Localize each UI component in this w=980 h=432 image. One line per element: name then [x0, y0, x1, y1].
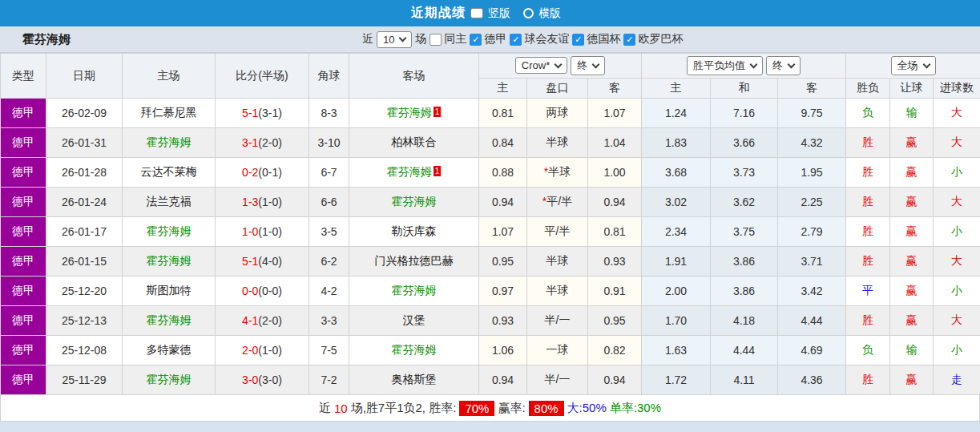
odds-away-cell: 0.82 [588, 336, 642, 365]
result-wdl: 胜 [862, 313, 873, 326]
bundesliga-checkbox[interactable]: ✓ [470, 34, 482, 46]
date-cell: 25-12-13 [46, 306, 123, 336]
result-wdl: 平 [862, 284, 873, 297]
away-team-cell: 奥格斯堡 [349, 365, 479, 395]
checkbox-item-same-home[interactable]: ✓ 同主 [430, 32, 466, 46]
german-cup-checkbox[interactable]: ✓ [572, 34, 584, 46]
avg-draw-cell: 3.62 [711, 188, 778, 217]
checkbox-label: 球会友谊 [524, 32, 569, 46]
handicap-text: 半/一 [545, 373, 571, 386]
fulltime-score: 0-0 [242, 285, 258, 297]
header-away: 客场 [349, 54, 479, 99]
checkbox-item-club-friendly[interactable]: ✓ 球会友谊 [510, 32, 569, 46]
same-home-checkbox[interactable]: ✓ [430, 34, 442, 46]
scope-select-value: 全场 [897, 59, 918, 73]
checkbox-item-europa-league[interactable]: ✓ 欧罗巴杯 [623, 32, 683, 46]
halftime-score: (3-0) [258, 373, 282, 386]
header-odds-pan: 盘口 [527, 79, 588, 99]
odds-away-cell: 1.07 [588, 99, 642, 128]
result-cell: 胜 [846, 158, 890, 188]
bookmaker-select[interactable]: Crow* [515, 57, 567, 74]
avg-period-select[interactable]: 终 [766, 56, 801, 75]
score-cell: 0-2(0-1) [216, 158, 309, 188]
avg-home-cell: 1.24 [642, 99, 711, 128]
score-cell: 0-0(0-0) [216, 277, 309, 306]
result-cell: 胜 [846, 128, 890, 158]
handicap-text: 两球 [546, 106, 569, 119]
handicap-text: 半球 [546, 135, 569, 148]
handicap-text: 平/半 [546, 195, 572, 208]
single-rate-text: 单率:30% [610, 401, 661, 416]
radio-horizontal-label[interactable]: 横版 [538, 6, 561, 21]
result-cell: 胜 [846, 365, 890, 395]
score-cell: 1-3(1-0) [216, 188, 309, 217]
date-cell: 26-02-09 [46, 99, 123, 128]
handicap-result: 输 [906, 106, 917, 119]
score-cell: 5-1(4-0) [216, 247, 309, 277]
handicap-text: 半球 [548, 165, 571, 178]
result-cell: 胜 [846, 188, 890, 217]
fulltime-score: 1-3 [242, 196, 258, 208]
chevron-down-icon [750, 61, 758, 69]
halftime-score: (1-0) [258, 344, 282, 357]
checkbox-item-bundesliga[interactable]: ✓ 德甲 [470, 32, 506, 46]
table-row: 德甲 25-12-20 斯图加特 0-0(0-0) 4-2 霍芬海姆 0.97 … [1, 277, 980, 306]
radio-horizontal-layout[interactable] [523, 8, 534, 18]
goals-result-cell: 大 [934, 188, 980, 217]
fulltime-score: 3-1 [242, 136, 258, 149]
handicap-result-cell: 输 [890, 99, 934, 128]
home-team-cell: 霍芬海姆 [123, 128, 216, 158]
away-team: 霍芬海姆 [387, 165, 432, 178]
result-cell: 负 [846, 336, 890, 365]
near-label: 近 [362, 32, 373, 46]
avg-away-cell: 4.44 [778, 306, 846, 336]
home-team-cell: 霍芬海姆 [123, 365, 216, 395]
handicap-text: 半球 [546, 254, 569, 267]
handicap-result-cell: 赢 [890, 128, 934, 158]
home-team-cell: 云达不莱梅 [123, 158, 216, 188]
handicap-result: 赢 [906, 165, 917, 178]
europa-league-checkbox[interactable]: ✓ [623, 34, 635, 46]
match-count-select[interactable]: 10 [377, 31, 412, 48]
avg-home-cell: 1.63 [642, 336, 711, 365]
odds-home-cell: 0.93 [479, 306, 527, 336]
away-team: 霍芬海姆 [392, 284, 437, 297]
checkbox-label: 欧罗巴杯 [638, 32, 683, 46]
handicap-result-cell: 赢 [890, 217, 934, 247]
summary-record: 场,胜7平1负2, 胜率: [351, 401, 457, 416]
radio-vertical-label[interactable]: 竖版 [488, 6, 510, 21]
date-cell: 26-01-24 [46, 188, 123, 217]
odds-home-cell: 0.95 [479, 247, 527, 277]
goals-result-cell: 走 [934, 365, 980, 395]
bookmaker-period-select[interactable]: 终 [571, 56, 605, 75]
fulltime-score: 1-0 [242, 225, 258, 238]
result-cell: 胜 [846, 217, 890, 247]
checkbox-item-german-cup[interactable]: ✓ 德国杯 [572, 32, 620, 46]
handicap-cell: 半球 [527, 247, 588, 277]
fulltime-score: 4-1 [242, 314, 258, 327]
goals-result-cell: 大 [934, 128, 980, 158]
corner-cell: 3-5 [309, 217, 349, 247]
score-cell: 3-1(2-0) [216, 128, 309, 158]
avg-select[interactable]: 胜平负均值 [687, 56, 763, 75]
result-wdl: 胜 [862, 254, 873, 267]
header-corner: 角球 [309, 54, 349, 99]
away-team-cell: 霍芬海姆1 [349, 99, 479, 128]
home-team: 多特蒙德 [147, 343, 192, 356]
handicap-cell: *平/半 [527, 188, 588, 217]
goals-result: 大 [951, 195, 962, 208]
avg-away-cell: 2.25 [778, 188, 846, 217]
fulltime-score: 2-0 [242, 344, 258, 357]
date-cell: 26-01-31 [46, 128, 123, 158]
radio-vertical-layout[interactable] [470, 8, 483, 18]
halftime-score: (1-0) [258, 225, 282, 238]
club-friendly-checkbox[interactable]: ✓ [510, 34, 522, 46]
header-jq: 进球数 [934, 79, 980, 99]
away-team-cell: 勒沃库森 [349, 217, 479, 247]
scope-select[interactable]: 全场 [891, 56, 936, 75]
header-avg-away: 客 [778, 79, 846, 99]
header-scope-group: 全场 [846, 54, 980, 79]
handicap-text: 平/半 [545, 224, 571, 237]
goals-result-cell: 小 [934, 158, 980, 188]
handicap-result: 赢 [906, 135, 917, 148]
